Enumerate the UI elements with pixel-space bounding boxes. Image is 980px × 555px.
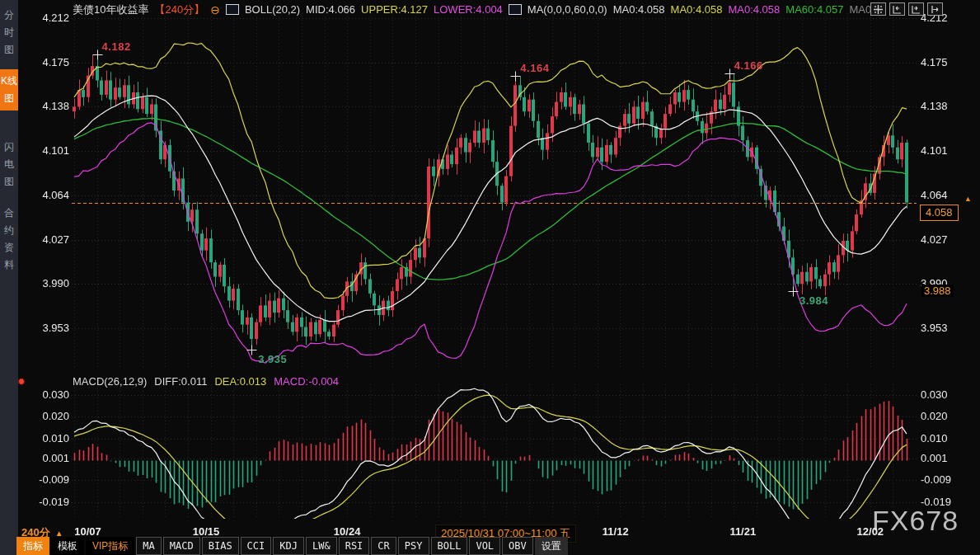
scale-right-icon[interactable]: [908, 2, 924, 16]
macd-header: MACD(26,12,9) DIFF:0.011 DEA:0.013 MACD:…: [73, 375, 339, 388]
toolbar-item-设置[interactable]: 设置: [535, 537, 568, 555]
macd-axis-label-right: -0.019: [921, 496, 951, 508]
price-axis-label-right: 4.175: [921, 56, 948, 68]
toolbar-item-BIAS[interactable]: BIAS: [202, 537, 239, 555]
macd-axis-label-left: 0.001: [23, 452, 69, 464]
ma0-white-value: MA0:4.058: [613, 3, 665, 16]
price-axis-label-left: 3.953: [23, 322, 69, 334]
extreme-price-annotation: 3.984: [799, 294, 828, 307]
ma-label: MA(0,0,0,60,0,0): [528, 3, 607, 16]
extreme-price-annotation: 4.164: [520, 62, 549, 74]
price-axis-label-right: 4.138: [921, 100, 948, 112]
extreme-price-annotation: 4.182: [102, 40, 131, 53]
price-axis-label-left: 4.064: [23, 189, 69, 201]
macd-dea-value: DEA:0.013: [214, 375, 266, 388]
toolbar-item-模板[interactable]: 模板: [51, 537, 84, 555]
macd-axis-label-right: 0.020: [921, 410, 948, 422]
ma-indicator-icon[interactable]: [509, 4, 522, 15]
toolbar-item-KDJ[interactable]: KDJ: [273, 537, 304, 555]
toolbar-item-指标[interactable]: 指标: [16, 537, 49, 555]
collapse-indicator-icon[interactable]: ⊖: [210, 5, 220, 15]
toolbar-item-CCI[interactable]: CCI: [241, 537, 272, 555]
price-axis-label-left: 4.212: [23, 12, 69, 24]
price-axis-label-right: 3.953: [921, 322, 948, 334]
toolbar-item-LW&[interactable]: LW&: [306, 537, 337, 555]
boll-indicator-icon[interactable]: [226, 4, 239, 15]
sidebar-tab-3[interactable]: 闪电图: [0, 135, 18, 194]
secondary-price-label: 3.988: [921, 285, 954, 297]
chart-tool-buttons: [870, 2, 943, 16]
current-price-badge: 4.058: [920, 205, 959, 221]
macd-label: MACD(26,12,9): [73, 375, 147, 388]
toolbar-item-VOL[interactable]: VOL: [469, 537, 500, 555]
sidebar-tab-1[interactable]: 分时图: [0, 3, 18, 62]
toolbar-item-MA[interactable]: MA: [136, 537, 161, 555]
extreme-price-annotation: 4.166: [734, 59, 763, 72]
macd-macd-value: MACD:-0.004: [274, 375, 339, 388]
period-tag: 【240分】: [154, 2, 204, 17]
x-axis-date-label: 12/02: [844, 525, 897, 538]
indicator-toolbar: 指标模板VIP指标MAMACDBIASCCIKDJLW&RSICRPSYBOLL…: [16, 537, 568, 555]
extreme-price-annotation: 3.935: [258, 353, 287, 365]
macd-axis-label-left: 0.030: [23, 388, 69, 401]
macd-axis-label-left: 0.010: [23, 432, 69, 444]
ma0-magenta-value: MA0:4.058: [728, 3, 780, 16]
toolbar-item-PSY[interactable]: PSY: [398, 537, 429, 555]
sidebar-tab-2[interactable]: K线图: [0, 69, 18, 111]
price-axis-label-left: 4.101: [23, 144, 69, 157]
price-axis-label-left: 4.175: [23, 56, 69, 68]
chart-header: 美债10年收益率 【240分】 ⊖ BOLL(20,2) MID:4.066 U…: [73, 2, 874, 16]
macd-axis-label-left: -0.009: [23, 473, 69, 486]
macd-axis-label-right: 0.001: [921, 452, 948, 464]
boll-mid-value: MID:4.066: [306, 3, 355, 16]
toolbar-item-MACD[interactable]: MACD: [163, 537, 200, 555]
x-axis-date-label: 11/21: [716, 525, 769, 538]
boll-upper-value: UPPER:4.127: [361, 3, 428, 16]
macd-axis-label-right: 0.010: [921, 432, 948, 444]
crosshair-icon[interactable]: [870, 2, 886, 16]
macd-axis-label-left: 0.020: [23, 410, 69, 422]
price-axis-label-left: 4.027: [23, 233, 69, 246]
macd-axis-label-right: -0.009: [921, 473, 951, 486]
indicator-alert-icon[interactable]: ✹: [17, 376, 26, 388]
toolbar-item-OBV[interactable]: OBV: [502, 537, 533, 555]
macd-axis-label-right: 0.030: [921, 388, 948, 401]
symbol-title: 美债10年收益率: [73, 2, 148, 17]
toolbar-item-VIP指标[interactable]: VIP指标: [86, 537, 134, 555]
x-axis-date-label: 10/07: [62, 525, 115, 538]
sidebar-tab-4[interactable]: 合约资料: [0, 201, 18, 277]
x-axis-date-label: 11/12: [589, 525, 642, 538]
boll-label: BOLL(20,2): [245, 3, 300, 16]
pan-right-icon[interactable]: [927, 2, 943, 16]
ma60-green-value: MA60:4.057: [785, 3, 843, 16]
scale-left-icon[interactable]: [889, 2, 905, 16]
price-axis-label-right: 4.101: [921, 144, 948, 157]
price-chart-canvas[interactable]: [0, 0, 980, 555]
price-axis-label-left: 4.138: [23, 100, 69, 112]
toolbar-item-RSI[interactable]: RSI: [339, 537, 370, 555]
trading-app-window: 分时图K线图闪电图合约资料 美债10年收益率 【240分】 ⊖ BOLL(20,…: [0, 0, 980, 555]
price-up-arrow-icon: ▲: [964, 195, 972, 203]
boll-lower-value: LOWER:4.004: [434, 3, 503, 16]
price-axis-label-right: 4.027: [921, 233, 948, 246]
left-sidebar: 分时图K线图闪电图合约资料: [0, 0, 18, 555]
toolbar-item-BOLL[interactable]: BOLL: [431, 537, 468, 555]
toolbar-item-CR[interactable]: CR: [371, 537, 396, 555]
ma0-yellow-value: MA0:4.058: [671, 3, 723, 16]
x-axis-date-label: 10/24: [321, 525, 373, 538]
macd-axis-label-left: -0.019: [23, 496, 69, 508]
price-axis-label-right: 4.064: [921, 189, 948, 201]
price-axis-label-left: 3.990: [23, 277, 69, 289]
macd-diff-value: DIFF:0.011: [154, 375, 207, 388]
x-axis-date-label: 10/15: [180, 525, 232, 538]
